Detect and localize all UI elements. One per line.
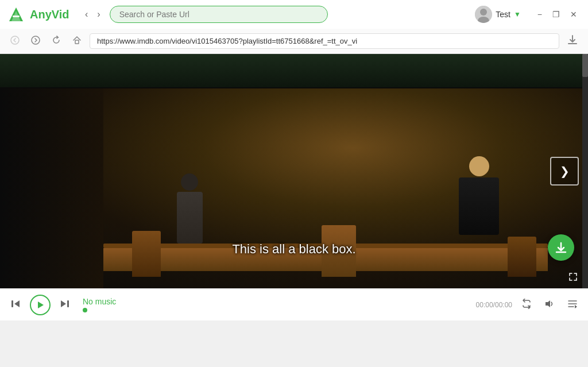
music-repeat-button[interactable]	[518, 296, 535, 314]
music-title: No music	[83, 297, 152, 306]
svg-marker-16	[14, 300, 20, 307]
playlist-icon	[567, 299, 578, 309]
svg-marker-20	[546, 300, 550, 307]
forward-button[interactable]	[28, 33, 44, 49]
url-input[interactable]	[90, 33, 559, 49]
svg-rect-2	[13, 16, 20, 17]
back-nav-button[interactable]: ‹	[82, 7, 91, 22]
svg-point-4	[480, 9, 487, 16]
fullscreen-button[interactable]	[568, 272, 578, 284]
video-scrollbar[interactable]	[582, 54, 588, 288]
svg-point-7	[32, 36, 40, 44]
refresh-icon	[52, 36, 61, 45]
svg-rect-18	[67, 300, 69, 307]
next-video-button[interactable]: ❯	[550, 157, 579, 186]
music-time: 00:00/00:00	[476, 301, 512, 309]
download-page-button[interactable]	[564, 32, 581, 50]
scrollbar-thumb	[582, 54, 588, 77]
refresh-button[interactable]	[48, 33, 64, 49]
music-volume-icon	[544, 299, 555, 309]
fullscreen-icon	[568, 272, 578, 281]
download-float-icon	[555, 241, 567, 254]
search-input[interactable]	[110, 6, 328, 23]
video-player[interactable]: This is all a black box. ❯	[0, 54, 588, 288]
download-video-button[interactable]	[548, 234, 574, 261]
svg-rect-15	[11, 300, 13, 307]
svg-point-6	[11, 36, 19, 44]
repeat-icon	[521, 299, 532, 309]
music-dot-indicator	[83, 308, 87, 312]
music-volume-button[interactable]	[541, 296, 558, 314]
svg-marker-17	[38, 302, 44, 308]
music-player: No music 00:00/00:00	[0, 288, 588, 320]
close-button[interactable]: ✕	[566, 7, 581, 21]
user-dropdown-icon[interactable]: ▼	[514, 10, 521, 18]
music-playlist-button[interactable]	[564, 296, 581, 314]
video-subtitle: This is all a black box.	[232, 242, 355, 257]
home-button[interactable]	[69, 33, 85, 49]
forward-nav-button[interactable]: ›	[94, 7, 103, 22]
user-area: Test ▼	[475, 6, 521, 23]
music-play-button[interactable]	[30, 295, 51, 315]
app-name: AnyVid	[30, 8, 69, 21]
back-arrow-icon	[10, 36, 20, 45]
svg-marker-19	[61, 300, 66, 307]
maximize-button[interactable]: ❐	[548, 7, 564, 21]
play-icon	[36, 301, 44, 309]
window-controls: − ❐ ✕	[533, 7, 581, 21]
svg-marker-24	[575, 305, 577, 308]
title-bar: AnyVid ‹ › Test ▼ − ❐ ✕	[0, 0, 588, 29]
svg-rect-8	[75, 40, 79, 44]
minimize-button[interactable]: −	[533, 7, 546, 21]
forward-arrow-icon	[31, 36, 40, 45]
video-scene: This is all a black box. ❯	[0, 54, 588, 288]
music-info: No music	[83, 297, 152, 312]
home-icon	[72, 36, 82, 45]
browser-bar	[0, 29, 588, 54]
back-button[interactable]	[7, 33, 23, 49]
app-logo-icon	[7, 5, 25, 24]
avatar	[475, 6, 492, 23]
nav-arrows: ‹ ›	[82, 7, 104, 22]
skip-forward-icon	[60, 299, 70, 309]
music-next-button[interactable]	[56, 296, 74, 314]
logo-area: AnyVid	[7, 5, 76, 24]
user-name: Test	[496, 10, 510, 19]
download-icon	[567, 34, 578, 45]
music-prev-button[interactable]	[7, 296, 24, 314]
skip-back-icon	[10, 299, 21, 309]
